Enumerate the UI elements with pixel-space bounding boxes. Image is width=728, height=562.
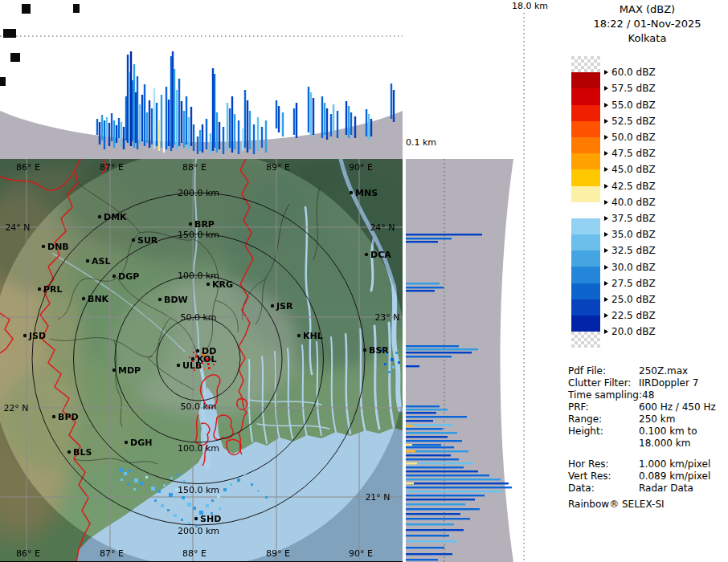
echo-pixel — [217, 495, 220, 498]
echo-bar — [242, 128, 243, 151]
city-label: BPD — [58, 412, 79, 422]
echo-bar — [406, 559, 438, 560]
echo-bar — [234, 114, 235, 149]
city-label: KRG — [212, 279, 233, 290]
echo-bar — [354, 116, 356, 138]
echo-bar — [163, 106, 165, 153]
echo-bar — [141, 95, 143, 141]
echo-bar — [278, 106, 280, 132]
colorbar-cell — [571, 332, 600, 348]
echo-bar — [324, 103, 325, 135]
city-label: KHL — [303, 331, 323, 341]
echo-bar — [139, 104, 141, 145]
city-label: BSR — [369, 345, 389, 356]
echo-pixel — [177, 474, 179, 476]
echo-bar — [406, 356, 452, 357]
city-label: PRL — [43, 284, 63, 295]
echo-bar — [406, 416, 467, 417]
colorbar-cell — [571, 267, 600, 283]
tick-arrow-icon — [604, 297, 608, 302]
colorbar-cell — [571, 299, 600, 316]
dbz-label: 57.5 dBZ — [604, 83, 656, 94]
echo-bar — [146, 112, 148, 143]
echo-bar — [101, 115, 103, 140]
echo-bar — [282, 112, 284, 136]
echo-bar — [406, 479, 501, 480]
echo-bar — [123, 127, 125, 149]
city-label: BDW — [164, 295, 188, 305]
echo-bar — [199, 130, 201, 151]
range-ring-label: 150.0 km — [178, 485, 219, 495]
echo-pixel — [182, 496, 185, 499]
tick-arrow-icon — [604, 200, 608, 205]
city-label: DNB — [47, 242, 69, 252]
legend-panel: MAX (dBZ) 18:22 / 01-Nov-2025 Kolkata 60… — [566, 0, 728, 562]
echo-bar — [168, 100, 170, 146]
city-dot — [38, 287, 41, 291]
city-label: SHD — [200, 514, 221, 524]
echo-bar — [313, 98, 314, 135]
echo-bar — [346, 101, 347, 135]
echo-pixel — [183, 480, 186, 483]
echo-bar — [393, 90, 395, 122]
city-dot — [207, 283, 210, 286]
echo-bar — [186, 96, 187, 145]
city-dot — [132, 238, 135, 242]
lon-label: 89° E — [266, 548, 290, 559]
range-ring-label: 200.0 km — [178, 526, 219, 536]
range-ring-label: 50.0 km — [180, 401, 216, 412]
tick-arrow-icon — [604, 167, 608, 172]
echo-bar — [406, 462, 417, 464]
echo-bar — [293, 108, 295, 135]
echo-bar — [310, 92, 312, 136]
city-label: SUR — [137, 235, 158, 246]
city-label: JSR — [276, 301, 293, 312]
echo-bar — [261, 127, 263, 148]
echo-pixel — [170, 477, 173, 479]
lon-label: 89° E — [266, 162, 290, 173]
city-dot — [177, 364, 180, 367]
echo-pixel — [124, 472, 127, 475]
dbz-label: 42.5 dBZ — [604, 181, 656, 192]
echo-pixel — [189, 356, 190, 358]
echo-pixel — [211, 499, 214, 502]
colorbar-cell — [571, 56, 600, 72]
echo-bar — [104, 120, 105, 149]
lon-label: 86° E — [16, 162, 40, 173]
lon-label: 88° E — [182, 162, 207, 173]
echo-bar — [229, 108, 231, 148]
echo-bar — [206, 119, 207, 149]
echo-bar — [96, 119, 98, 135]
echo-bar — [406, 432, 457, 434]
dbz-label: 47.5 dBZ — [604, 148, 656, 159]
echo-bar — [406, 444, 412, 446]
info-row: Clutter Filter:IIRDoppler 7 — [568, 377, 727, 389]
echo-bar — [406, 513, 460, 515]
city-label: MDP — [118, 365, 141, 376]
city-dot — [194, 517, 198, 520]
range-ring-label: 100.0 km — [178, 443, 219, 454]
echo-pixel — [193, 352, 194, 353]
dbz-label: 50.0 dBZ — [604, 132, 656, 143]
echo-bar — [406, 436, 448, 438]
echo-bar — [176, 90, 178, 149]
dbz-label: 60.0 dBZ — [604, 67, 656, 78]
echo-pixel — [395, 352, 398, 354]
echo-bar — [181, 101, 182, 143]
echo-pixel — [134, 479, 138, 483]
city-dot — [297, 334, 301, 337]
echo-bar — [253, 124, 255, 154]
echo-bar — [183, 111, 185, 148]
echo-bar — [406, 483, 414, 484]
info-row: Height:0.100 km to — [568, 426, 727, 438]
dbz-label: 37.5 dBZ — [604, 213, 656, 224]
echo-bar — [406, 458, 459, 460]
echo-bar — [156, 103, 157, 146]
colorbar-cell — [571, 316, 600, 332]
echo-bar — [106, 117, 108, 136]
echo-bar — [406, 287, 444, 288]
city-dot — [271, 304, 274, 307]
echo-pixel — [243, 474, 246, 476]
echo-bar — [99, 122, 100, 145]
dbz-scale-labels: 60.0 dBZ57.5 dBZ55.0 dBZ52.5 dBZ50.0 dBZ… — [604, 0, 726, 369]
